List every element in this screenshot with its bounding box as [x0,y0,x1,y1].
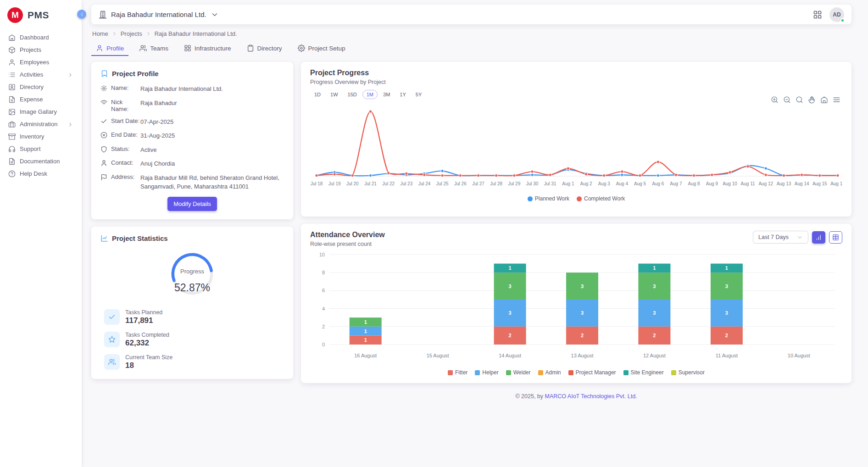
tab-label: Directory [257,45,282,52]
chart-toolbar [771,96,840,104]
profile-field-end-date: End Date:31-Aug-2025 [100,131,284,140]
page-footer: © 2025, by MARCO AIoT Technologies Pvt. … [301,390,851,404]
sidebar-item-support[interactable]: Support [5,143,77,155]
toolbar-search-icon[interactable] [796,96,803,104]
avatar-initials: AD [833,11,840,18]
svg-text:Jul 30: Jul 30 [526,181,539,186]
sidebar-item-employees[interactable]: Employees [5,56,77,68]
profile-field-start-date: Start Date:07-Apr-2025 [100,117,284,127]
users-icon [108,358,116,366]
svg-text:Aug 14: Aug 14 [795,181,809,186]
tab-infrastructure[interactable]: Infrastructure [179,41,236,56]
svg-text:Aug 7: Aug 7 [670,181,682,186]
apps-grid-button[interactable] [813,10,822,19]
legend-label: Project Manager [576,369,616,376]
stat-value: 117,891 [125,316,162,325]
legend-item-completed-work[interactable]: Completed Work [577,195,625,202]
company-website-link[interactable]: MARCO AIoT Technologies Pvt. Ltd. [545,393,637,400]
sidebar-item-label: Help Desk [20,171,47,177]
range-button-1w[interactable]: 1W [326,90,342,99]
legend-marker [568,370,573,375]
field-value: Raja Bahadur [140,99,177,108]
sidebar-item-label: Administration [20,121,57,128]
toolbar-menu-icon[interactable] [833,96,840,104]
toolbar-zoom-out-icon[interactable] [783,96,791,104]
legend-item-fitter[interactable]: Fitter [448,369,467,376]
help-desk-icon [8,170,16,178]
modify-details-button[interactable]: Modify Details [167,197,217,211]
tab-directory[interactable]: Directory [242,41,287,56]
toolbar-pan-icon[interactable] [808,96,816,104]
zoom-in-icon [771,96,779,104]
legend-label: Site Engineer [631,369,664,376]
sidebar-item-directory[interactable]: Directory [5,81,77,93]
field-value: Raja Bahadur Mill Rd, behind Sheraton Gr… [140,173,284,191]
sidebar-item-activities[interactable]: Activities [5,69,77,81]
sidebar-item-image-gallary[interactable]: Image Gallary [5,106,77,118]
progress-gauge: Progress 52.87% [156,249,229,303]
field-value: Active [140,145,156,155]
sidebar-item-dashboard[interactable]: Dashboard [5,32,77,44]
tab-teams[interactable]: Teams [135,41,173,56]
range-button-3m[interactable]: 3M [379,90,394,99]
svg-text:Aug 15: Aug 15 [812,181,827,186]
legend-label: Admin [545,369,561,376]
sidebar-item-help-desk[interactable]: Help Desk [5,168,77,180]
user-icon [100,160,107,167]
legend-item-site-engineer[interactable]: Site Engineer [623,369,664,376]
stat-items: Tasks Planned117,891Tasks Completed62,33… [100,309,284,370]
sidebar-item-expense[interactable]: Expense [5,94,77,106]
range-button-1m[interactable]: 1M [362,90,378,99]
svg-text:1: 1 [509,265,512,271]
toolbar-zoom-in-icon[interactable] [771,96,779,104]
tab-project-setup[interactable]: Project Setup [293,41,350,56]
legend-item-admin[interactable]: Admin [538,369,561,376]
breadcrumb-item-home[interactable]: Home [92,30,108,37]
tab-profile[interactable]: Profile [91,41,128,56]
sidebar-collapse-button[interactable] [77,10,86,19]
table-icon [832,234,839,241]
svg-text:Aug 5: Aug 5 [634,181,646,186]
date-range-select[interactable]: Last 7 Days [753,231,808,244]
range-button-1y[interactable]: 1Y [395,90,410,99]
chart-view-toggle[interactable] [812,231,825,244]
sidebar-item-documentation[interactable]: Documentation [5,156,77,167]
legend-item-project-manager[interactable]: Project Manager [568,369,616,376]
breadcrumb-item-projects[interactable]: Projects [121,30,142,37]
svg-text:Jul 19: Jul 19 [328,181,341,186]
legend-label: Completed Work [584,195,625,202]
attendance-bar-chart: 024681016 August11115 August14 August233… [310,250,842,365]
sidebar-item-projects[interactable]: Projects [5,44,77,56]
sidebar: M PMS DashboardProjectsEmployeesActiviti… [0,0,82,467]
progress-line-chart[interactable]: Jul 18Jul 19Jul 20Jul 21Jul 22Jul 23Jul … [310,103,842,191]
app-logo-link[interactable]: M PMS [0,0,82,30]
chevron-right-icon [111,31,117,37]
sidebar-item-administration[interactable]: Administration [5,118,77,130]
legend-item-welder[interactable]: Welder [506,369,531,376]
sidebar-nav: DashboardProjectsEmployeesActivitiesDire… [0,30,82,181]
directory-icon [8,83,16,91]
online-status-dot [840,18,845,22]
range-button-15d[interactable]: 15D [344,90,361,99]
bar-chart-wrap: 024681016 August11115 August14 August233… [310,250,842,367]
svg-text:3: 3 [725,284,728,289]
toolbar-home-icon[interactable] [820,96,828,104]
range-button-1d[interactable]: 1D [310,90,325,99]
attendance-overview-card: Attendance Overview Role-wise present co… [301,224,851,383]
statistics-card-title: Project Statistics [112,234,168,242]
user-avatar[interactable]: AD [829,7,844,22]
sidebar-item-label: Expense [20,96,43,103]
legend-label: Supervisor [679,369,705,376]
table-view-toggle[interactable] [829,231,842,244]
company-selector[interactable]: Raja Bahadur International Ltd. [99,11,219,19]
sidebar-item-inventory[interactable]: Inventory [5,131,77,143]
legend-item-planned-work[interactable]: Planned Work [528,195,569,202]
chevron-down-icon [211,11,219,19]
svg-text:Jul 31: Jul 31 [544,181,556,186]
svg-text:Aug 9: Aug 9 [706,181,718,186]
svg-text:1: 1 [364,319,367,325]
stat-value: 18 [125,361,172,370]
legend-item-supervisor[interactable]: Supervisor [671,369,705,376]
range-button-5y[interactable]: 5Y [412,90,426,99]
legend-item-helper[interactable]: Helper [475,369,498,376]
